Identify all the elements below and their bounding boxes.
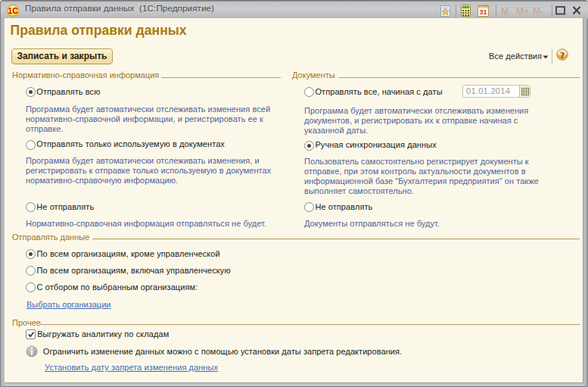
- svg-text:1С: 1С: [8, 7, 18, 15]
- svg-text:?: ?: [560, 50, 565, 61]
- svg-text:31: 31: [479, 8, 487, 16]
